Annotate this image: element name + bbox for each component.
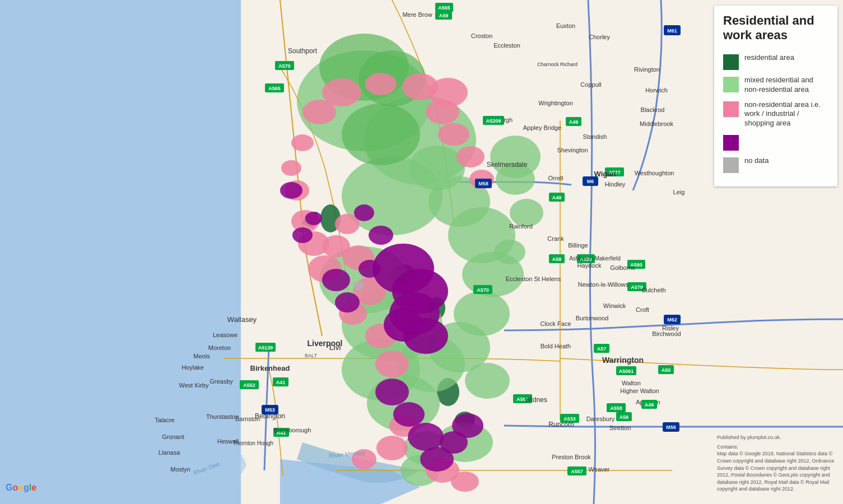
svg-text:M62: M62 <box>667 317 677 323</box>
svg-text:Thornton Hough: Thornton Hough <box>233 440 273 446</box>
svg-point-73 <box>375 379 409 405</box>
svg-text:Orrell: Orrell <box>548 175 563 181</box>
svg-text:A58: A58 <box>552 256 562 262</box>
svg-text:A49: A49 <box>569 119 579 125</box>
svg-text:A49: A49 <box>552 195 562 200</box>
svg-text:Coppull: Coppull <box>580 81 601 88</box>
legend-swatch-residential <box>723 54 739 70</box>
svg-point-75 <box>408 423 444 451</box>
svg-point-27 <box>494 240 525 264</box>
svg-point-55 <box>322 78 361 106</box>
legend-item-residential: residential area <box>723 53 828 70</box>
attribution-text: Published by plumplot.co.uk. Contains:Ma… <box>717 434 837 493</box>
svg-text:A570: A570 <box>477 287 489 293</box>
svg-text:Westhoughton: Westhoughton <box>635 170 674 176</box>
svg-text:Golborne: Golborne <box>610 264 635 271</box>
svg-point-82 <box>353 281 364 290</box>
legend-swatch-nonresidential <box>723 101 739 117</box>
legend-swatch-mixed <box>723 77 739 92</box>
svg-text:Eccleston: Eccleston <box>493 42 520 49</box>
svg-text:Eccleston St Helens: Eccleston St Helens <box>506 276 561 282</box>
svg-text:Bromborough: Bromborough <box>274 427 311 433</box>
svg-text:Bebington: Bebington <box>255 412 285 420</box>
contains-text: Contains:Map data © Google 2018, Nationa… <box>717 444 837 493</box>
svg-point-71 <box>369 226 393 245</box>
svg-text:Bold Heath: Bold Heath <box>541 343 571 349</box>
svg-text:Meols: Meols <box>193 353 210 360</box>
legend-label-nodata: no data <box>744 156 769 166</box>
svg-point-56 <box>365 73 397 95</box>
svg-text:A50: A50 <box>662 367 671 373</box>
svg-text:Winwick: Winwick <box>603 302 626 309</box>
svg-text:Hoylake: Hoylake <box>181 364 204 371</box>
svg-text:Appley Bridge: Appley Bridge <box>523 124 562 131</box>
svg-point-69 <box>335 292 360 312</box>
svg-text:Billinge: Billinge <box>568 242 588 249</box>
svg-text:Croston: Croston <box>471 32 493 39</box>
legend-item-mixed: mixed residential and non-residential ar… <box>723 76 828 95</box>
svg-text:Stretton: Stretton <box>609 424 631 431</box>
svg-point-81 <box>305 212 322 225</box>
svg-text:A41: A41 <box>276 380 286 385</box>
svg-text:Llanasa: Llanasa <box>159 449 180 456</box>
svg-text:Chorley: Chorley <box>589 34 610 40</box>
svg-point-61 <box>457 146 485 167</box>
svg-text:A56: A56 <box>620 414 629 420</box>
svg-text:Culcheth: Culcheth <box>641 287 665 293</box>
legend-swatch-nodata <box>723 157 739 173</box>
svg-text:BALT: BALT <box>305 353 317 358</box>
svg-point-60 <box>438 123 469 146</box>
svg-text:A558: A558 <box>610 405 622 411</box>
svg-text:Runcorn: Runcorn <box>548 421 574 428</box>
svg-text:A552: A552 <box>243 382 255 388</box>
svg-text:Mere Brow: Mere Brow <box>402 11 432 18</box>
svg-text:Thurstaston: Thurstaston <box>206 413 239 420</box>
svg-text:Middlebrook: Middlebrook <box>640 120 673 127</box>
legend-label-nonresidential: non-residential area i.e. work / industr… <box>744 100 828 129</box>
svg-text:M58: M58 <box>478 181 488 186</box>
legend-swatch-workarea <box>723 135 739 151</box>
svg-text:Standish: Standish <box>583 133 607 140</box>
svg-text:Leasowe: Leasowe <box>213 332 237 338</box>
svg-point-70 <box>358 260 381 278</box>
published-by: Published by plumplot.co.uk. <box>717 434 837 441</box>
legend-label-residential: residential area <box>744 53 794 63</box>
svg-text:Birkenhead: Birkenhead <box>250 364 290 372</box>
legend-label-mixed: mixed residential and non-residential ar… <box>744 76 828 95</box>
svg-point-74 <box>393 402 425 427</box>
svg-text:Walton: Walton <box>622 380 641 386</box>
svg-text:Shevington: Shevington <box>557 147 588 153</box>
svg-text:Burtonwood: Burtonwood <box>576 315 609 321</box>
svg-text:A565: A565 <box>268 86 281 91</box>
svg-text:Clock Face: Clock Face <box>540 320 571 327</box>
svg-text:Greasby: Greasby <box>209 378 233 385</box>
svg-text:A570: A570 <box>278 63 291 69</box>
svg-text:Talacre: Talacre <box>155 417 174 423</box>
legend-item-nodata: no data <box>723 156 828 173</box>
svg-text:A5209: A5209 <box>486 118 501 124</box>
legend-item-workarea: . <box>723 134 828 151</box>
svg-text:Newton-le-Willows: Newton-le-Willows <box>578 281 629 288</box>
svg-text:West Kirby: West Kirby <box>179 382 209 389</box>
svg-text:Skelmersdale: Skelmersdale <box>487 161 528 169</box>
google-logo: Google <box>6 483 36 493</box>
svg-point-50 <box>376 436 408 460</box>
svg-text:Croft: Croft <box>636 306 649 313</box>
svg-text:Warrington: Warrington <box>602 356 644 365</box>
svg-text:Birchwood: Birchwood <box>652 330 681 337</box>
svg-point-72 <box>354 204 374 221</box>
svg-text:A565: A565 <box>438 5 450 11</box>
svg-text:Wallasey: Wallasey <box>227 315 257 324</box>
svg-point-78 <box>452 413 483 438</box>
svg-point-36 <box>291 134 314 151</box>
svg-text:Higher Walton: Higher Walton <box>620 388 659 394</box>
svg-text:Moreton: Moreton <box>208 344 231 351</box>
svg-point-53 <box>451 472 479 492</box>
svg-text:Ashton-in-Makerfield: Ashton-in-Makerfield <box>569 255 621 262</box>
legend-panel: Residential and work areas residential a… <box>714 6 837 186</box>
svg-text:Euxton: Euxton <box>556 22 575 29</box>
svg-text:M61: M61 <box>667 28 677 34</box>
svg-point-24 <box>409 146 465 190</box>
svg-text:Crank: Crank <box>547 235 564 242</box>
legend-item-nonresidential: non-residential area i.e. work / industr… <box>723 100 828 129</box>
